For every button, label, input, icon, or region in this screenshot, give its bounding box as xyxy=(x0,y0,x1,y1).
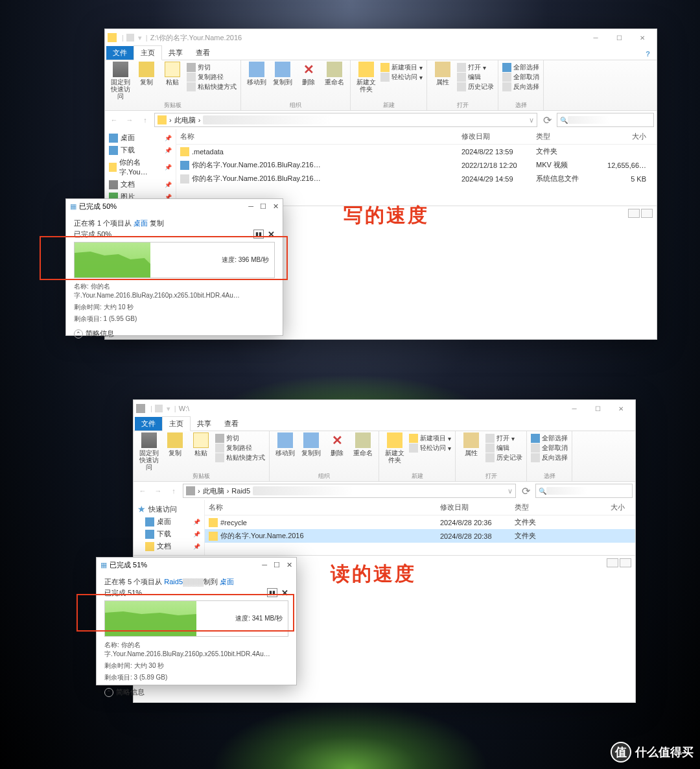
address-row: ← → ↑ ›此电脑› ∨ ⟳ 🔍 xyxy=(105,111,657,129)
tab-home[interactable]: 主页 xyxy=(162,416,191,431)
copy-action-text: 正在将 1 个项目从 桌面 复制 xyxy=(74,219,275,228)
tab-share[interactable]: 共享 xyxy=(191,417,218,431)
invert-sel-button[interactable]: 反向选择 xyxy=(502,82,539,91)
rename-button[interactable]: 重命名 xyxy=(323,62,346,86)
help-button[interactable]: ? xyxy=(639,48,657,60)
folder-icon xyxy=(108,33,117,42)
detail-time: 剩余时间: 大约 10 秒 xyxy=(74,303,275,312)
edit-button[interactable]: 编辑 xyxy=(457,73,494,82)
minimize-button[interactable]: ─ xyxy=(262,561,267,569)
copy-button[interactable]: 复制 xyxy=(163,432,187,456)
move-to-button[interactable]: 移动到 xyxy=(245,62,268,86)
annotation-box-write xyxy=(40,236,288,280)
ribbon: 固定到快速访问 复制 粘贴 剪切 复制路径 粘贴快捷方式 剪贴板 移动到 复制到… xyxy=(105,60,657,111)
tab-view[interactable]: 查看 xyxy=(218,417,245,431)
pin-qa-button[interactable]: 固定到快速访问 xyxy=(137,432,161,471)
titlebar[interactable]: | ▾ | Z:\你的名字.Your.Name.2016 ─ ☐ ✕ xyxy=(105,29,657,46)
nav-item[interactable]: 桌面📌 xyxy=(105,132,176,144)
pin-qa-button[interactable]: 固定到快速访问 xyxy=(109,62,132,100)
address-bar[interactable]: ›此电脑›Raid5 ∨ xyxy=(183,484,516,498)
folder-icon xyxy=(158,115,167,124)
minimize-button[interactable]: ─ xyxy=(248,202,253,211)
file-row[interactable]: 你的名字.Your.Name.2016.BluRay.216…2022/12/1… xyxy=(176,158,657,172)
close-button[interactable]: ✕ xyxy=(286,561,292,569)
nav-quick-access[interactable]: ★快速访问 xyxy=(134,503,204,515)
refresh-button[interactable]: ⟳ xyxy=(519,484,533,498)
delete-button[interactable]: ✕删除 xyxy=(297,62,320,86)
new-folder-button[interactable]: 新建文件夹 xyxy=(355,62,378,93)
nav-item[interactable]: 文档📌 xyxy=(134,540,204,552)
view-details-icon[interactable] xyxy=(628,209,640,218)
tab-home[interactable]: 主页 xyxy=(134,45,162,60)
copy-to-button[interactable]: 复制到 xyxy=(271,62,294,86)
qat-icon[interactable] xyxy=(155,405,163,412)
cut-button[interactable]: 剪切 xyxy=(187,63,237,72)
ribbon: 固定到快速访问 复制 粘贴 剪切 复制路径 粘贴快捷方式 剪贴板 移动到 复制到… xyxy=(134,431,635,482)
file-list: .metadata2024/8/22 13:59文件夹你的名字.Your.Nam… xyxy=(176,145,657,185)
nav-item[interactable]: 文档📌 xyxy=(105,178,176,191)
file-list: #recycle2024/8/28 20:36文件夹你的名字.Your.Name… xyxy=(205,515,635,543)
drive-icon xyxy=(136,404,145,413)
search-input[interactable]: 🔍 xyxy=(535,484,633,498)
file-row[interactable]: 你的名字.Your.Name.20162024/8/28 20:38文件夹 xyxy=(205,529,635,543)
tab-share[interactable]: 共享 xyxy=(162,46,189,60)
file-row[interactable]: .metadata2024/8/22 13:59文件夹 xyxy=(176,145,657,158)
nav-item[interactable]: 下载📌 xyxy=(105,144,176,156)
ribbon-tabs: 文件 主页 共享 查看 ? xyxy=(105,46,657,60)
maximize-button[interactable]: ☐ xyxy=(260,202,266,211)
titlebar[interactable]: | ▾ | W:\ ─ ☐ ✕ xyxy=(134,400,635,417)
drive-icon xyxy=(186,486,195,495)
refresh-button[interactable]: ⟳ xyxy=(540,113,554,127)
new-item-button[interactable]: 新建项目 ▾ xyxy=(380,63,423,72)
properties-button[interactable]: 属性 xyxy=(431,62,454,86)
nav-item[interactable]: 下载📌 xyxy=(134,528,204,540)
history-button[interactable]: 历史记录 xyxy=(457,82,494,91)
up-button[interactable]: ↑ xyxy=(139,113,152,126)
file-row[interactable]: 你的名字.Your.Name.2016.BluRay.216…2024/4/29… xyxy=(176,172,657,185)
less-info-button[interactable]: ⌃简略信息 xyxy=(104,687,288,697)
file-row[interactable]: #recycle2024/8/28 20:36文件夹 xyxy=(205,515,635,529)
maximize-button[interactable]: ☐ xyxy=(586,401,609,416)
nav-item[interactable]: 桌面📌 xyxy=(134,515,204,528)
detail-items: 剩余项目: 1 (5.95 GB) xyxy=(74,314,275,324)
copy-path-button[interactable]: 复制路径 xyxy=(187,73,237,82)
maximize-button[interactable]: ☐ xyxy=(274,561,280,569)
search-input[interactable]: 🔍 xyxy=(557,113,654,127)
up-button[interactable]: ↑ xyxy=(167,484,180,497)
view-large-icon[interactable] xyxy=(641,209,653,218)
less-info-button[interactable]: ⌃简略信息 xyxy=(74,329,275,338)
maximize-button[interactable]: ☐ xyxy=(607,30,631,45)
annotation-box-read xyxy=(76,594,294,632)
detail-name: 名称: 你的名字.Your.Name.2016.BluRay.2160p.x26… xyxy=(74,282,275,300)
select-none-button[interactable]: 全部取消 xyxy=(502,73,539,82)
ribbon-tabs: 文件 主页 共享 查看 xyxy=(134,417,635,431)
nav-pane: ★快速访问 桌面📌下载📌文档📌 xyxy=(134,500,205,555)
qat-icon[interactable] xyxy=(126,34,134,41)
close-button[interactable]: ✕ xyxy=(631,30,654,45)
minimize-button[interactable]: ─ xyxy=(563,401,586,416)
watermark: 值 什么值得买 xyxy=(611,742,694,763)
forward-button[interactable]: → xyxy=(123,113,136,126)
easy-access-button[interactable]: 轻松访问 ▾ xyxy=(380,73,423,82)
write-speed-label: 写的速度 xyxy=(344,202,429,229)
paste-button[interactable]: 粘贴 xyxy=(189,432,213,456)
title-path: Z:\你的名字.Your.Name.2016 xyxy=(150,33,242,43)
forward-button[interactable]: → xyxy=(152,484,165,497)
minimize-button[interactable]: ─ xyxy=(584,30,607,45)
close-button[interactable]: ✕ xyxy=(273,202,279,211)
back-button[interactable]: ← xyxy=(108,113,121,126)
back-button[interactable]: ← xyxy=(136,484,149,497)
nav-pane: 桌面📌下载📌你的名字.You…📌文档📌图片📌 xyxy=(105,129,176,206)
paste-shortcut-button[interactable]: 粘贴快捷方式 xyxy=(187,82,237,91)
tab-file[interactable]: 文件 xyxy=(135,417,162,431)
address-bar[interactable]: ›此电脑› ∨ xyxy=(154,113,537,127)
paste-button[interactable]: 粘贴 xyxy=(161,62,184,86)
tab-view[interactable]: 查看 xyxy=(189,46,216,60)
desktop-tent-glow-2 xyxy=(188,691,512,769)
copy-button[interactable]: 复制 xyxy=(135,62,158,86)
select-all-button[interactable]: 全部选择 xyxy=(502,63,539,72)
nav-item[interactable]: 你的名字.You…📌 xyxy=(105,156,176,178)
tab-file[interactable]: 文件 xyxy=(106,46,134,60)
open-button[interactable]: 打开 ▾ xyxy=(457,63,494,72)
close-button[interactable]: ✕ xyxy=(609,401,633,416)
